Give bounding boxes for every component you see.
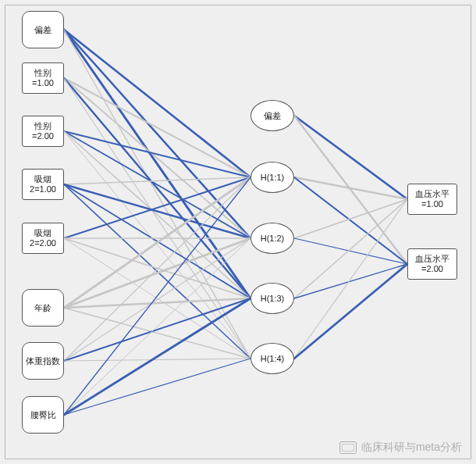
input-node-smoke2: 吸烟2=2.00: [22, 223, 64, 254]
edge-bmi-h13: [64, 298, 250, 361]
hidden-node-h11: H(1:1): [250, 162, 294, 193]
edge-sex1-h13: [64, 78, 250, 298]
network-edges: [0, 0, 476, 464]
edge-h13-bp2: [294, 264, 407, 298]
edge-bias_in-h13: [64, 30, 250, 298]
edge-whr-h14: [64, 359, 250, 415]
input-node-smoke1: 吸烟2=1.00: [22, 169, 64, 200]
input-node-bias_in: 偏差: [22, 11, 64, 48]
edge-whr-h12: [64, 238, 250, 415]
edge-whr-h11: [64, 177, 250, 415]
output-node-bp1: 血压水平=1.00: [407, 184, 457, 215]
hidden-node-h12: H(1:2): [250, 223, 294, 254]
watermark: 临床科研与meta分析: [339, 441, 462, 455]
edge-sex2-h12: [64, 131, 250, 238]
input-node-bmi: 体重指数: [22, 342, 64, 380]
input-node-age: 年龄: [22, 289, 64, 327]
edge-bias_in-h11: [64, 30, 250, 177]
edge-h11-bp1: [294, 177, 407, 199]
hidden-node-bias_h: 偏差: [250, 100, 294, 131]
edge-bias_in-h14: [64, 30, 250, 359]
hidden-node-h13: H(1:3): [250, 283, 294, 314]
hidden-node-h14: H(1:4): [250, 343, 294, 374]
edge-age-h11: [64, 177, 250, 308]
edge-h13-bp1: [294, 199, 407, 298]
watermark-text: 临床科研与meta分析: [361, 441, 462, 455]
edge-bmi-h14: [64, 359, 250, 361]
wechat-icon: [339, 441, 357, 454]
input-node-whr: 腰臀比: [22, 396, 64, 434]
edge-h12-bp1: [294, 199, 407, 238]
input-node-sex1: 性别=1.00: [22, 62, 64, 94]
diagram-canvas: 临床科研与meta分析 偏差性别=1.00性别=2.00吸烟2=1.00吸烟2=…: [0, 0, 476, 464]
output-node-bp2: 血压水平=2.00: [407, 248, 457, 280]
edge-smoke1-h11: [64, 177, 250, 184]
edge-bias_h-bp1: [294, 116, 407, 199]
input-node-sex2: 性别=2.00: [22, 116, 64, 147]
